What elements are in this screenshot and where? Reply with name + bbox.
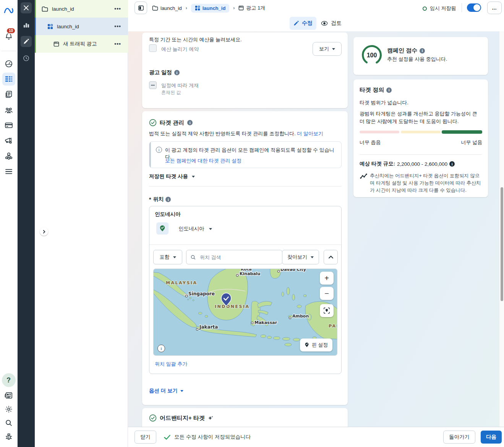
set-pin-button[interactable]: 핀 설정 <box>300 338 332 351</box>
settings-gear-icon[interactable] <box>2 403 15 416</box>
bulk-add-locations-link[interactable]: 위치 일괄 추가 <box>155 361 187 368</box>
chevron-down-icon <box>209 228 212 230</box>
all-tools-menu-icon[interactable] <box>2 165 15 178</box>
budget-increase-checkbox[interactable] <box>149 44 157 52</box>
budget-schedule-card: 특정 기간 또는 시간의 예산을 늘려보세요. 예산 늘리기 예약 보기 광고 … <box>142 32 348 108</box>
info-icon[interactable]: i <box>449 161 455 167</box>
notification-badge: 10 <box>6 28 16 34</box>
history-clock-icon[interactable] <box>21 53 32 64</box>
chevron-down-icon <box>311 256 314 258</box>
map-label-indonesia: INDONESIA <box>215 304 250 309</box>
pin-focus-icon <box>323 307 330 314</box>
next-button[interactable]: 다음 <box>481 431 502 444</box>
tree-row-campaign[interactable]: launch_id ••• <box>35 0 128 18</box>
tree-row-label: 새 트래픽 광고 <box>63 40 97 47</box>
map-label-kinabalu: Kinabalu <box>240 271 260 276</box>
app-rail: 10 ? <box>0 0 18 447</box>
map-label-papua: PAP <box>329 324 337 329</box>
tree-row-label: launch_id <box>52 6 74 12</box>
info-icon[interactable]: i <box>187 120 193 125</box>
campaign-score-card: 100 캠페인 점수 i 추천 설정을 사용 중입니다. <box>353 37 488 75</box>
selected-country-dropdown[interactable]: 인도네시아 <box>178 225 212 232</box>
breadcrumb: launch_id › launch_id › 광고 1개 <box>152 3 265 13</box>
definition-status: 타겟 범위가 넓습니다. <box>360 99 408 106</box>
chart-icon[interactable] <box>21 19 32 31</box>
browse-locations-button[interactable]: 찾아보기 <box>282 250 319 264</box>
billing-card-icon[interactable] <box>2 119 15 132</box>
saved-audience-dropdown[interactable]: 저장된 타겟 사용 <box>149 173 195 180</box>
close-button[interactable]: 닫기 <box>135 431 156 444</box>
collapse-sidebar-button[interactable] <box>135 2 147 14</box>
draft-status-icon <box>423 6 427 11</box>
info-icon[interactable]: i <box>386 87 392 93</box>
footer-bar: 닫기 모든 수정 사항이 저장되었습니다 돌아가기 다음 <box>128 427 504 447</box>
collapse-map-button[interactable] <box>324 250 338 264</box>
audiences-people-icon[interactable] <box>2 104 15 117</box>
chevron-down-icon <box>173 256 176 258</box>
updates-news-icon[interactable] <box>2 389 15 402</box>
info-circle-icon: i <box>156 147 162 153</box>
budget-hint-text: 특정 기간 또는 시간의 예산을 늘려보세요. <box>149 36 242 43</box>
country-pin-tile <box>156 222 169 235</box>
scrollbar-track[interactable] <box>499 31 504 427</box>
edit-pencil-button[interactable] <box>21 36 32 47</box>
breadcrumb-adset-selected[interactable]: launch_id <box>191 4 230 13</box>
minus-icon <box>151 85 155 86</box>
breadcrumb-ad[interactable]: 광고 1개 <box>238 5 265 11</box>
tab-review[interactable]: 검토 <box>321 17 342 30</box>
bug-report-icon[interactable] <box>2 430 15 443</box>
expand-panel-chevron-button[interactable] <box>40 227 48 236</box>
preview-toggle[interactable] <box>467 3 481 12</box>
adset-grid-icon <box>47 24 53 29</box>
overview-gauge-icon[interactable] <box>2 57 15 70</box>
location-search-input[interactable] <box>199 254 278 261</box>
row-more-menu[interactable]: ••• <box>114 41 121 47</box>
tree-row-adset[interactable]: launch_id ••• <box>35 18 128 35</box>
map-locate-pin-button[interactable] <box>320 304 334 317</box>
info-icon[interactable]: i <box>165 197 171 202</box>
close-x-button[interactable] <box>21 2 32 13</box>
notice-accent-bar <box>149 142 151 168</box>
pages-icon[interactable] <box>2 88 15 101</box>
back-button[interactable]: 돌아가기 <box>443 431 475 444</box>
check-circle-icon <box>149 414 157 422</box>
tab-edit[interactable]: 수정 <box>290 17 316 30</box>
help-icon[interactable]: ? <box>2 373 16 387</box>
budget-view-button[interactable]: 보기 <box>313 42 342 56</box>
folder-icon <box>152 5 158 11</box>
selected-country-header: 인도네시아 <box>155 211 181 218</box>
more-options-link[interactable]: 옵션 더 보기 <box>149 387 183 394</box>
chevron-down-icon <box>332 48 335 50</box>
row-more-menu[interactable]: ••• <box>114 6 121 12</box>
header-more-button[interactable]: … <box>487 2 502 14</box>
tree-row-ad[interactable]: 새 트래픽 광고 ••• <box>35 35 128 53</box>
estimate-row: 예상 타겟 규모: 2,200,000 - 2,600,000 i <box>360 160 455 167</box>
scrollbar-thumb[interactable] <box>501 187 503 301</box>
sparkle-icon <box>208 415 213 421</box>
learn-more-link[interactable]: 더 알아보기 <box>297 131 323 136</box>
map-zoom-out-button[interactable]: − <box>320 287 334 300</box>
ads-megaphone-icon[interactable] <box>2 134 15 147</box>
schedule-indeterminate-checkbox[interactable] <box>149 81 157 89</box>
location-map[interactable]: MALAYSIA Kota Kinabalu Davao City Singap… <box>153 269 337 356</box>
assets-network-icon[interactable] <box>2 149 15 162</box>
location-divider <box>149 245 342 245</box>
score-value: 100 <box>367 52 377 58</box>
info-icon[interactable]: i <box>174 70 180 75</box>
map-label-makassar: Makassar <box>254 320 277 325</box>
notice-settings-link[interactable]: 모든 캠페인에 대한 타겟 관리 설정 <box>165 157 241 164</box>
folder-icon <box>42 6 48 12</box>
campaigns-table-icon[interactable] <box>2 73 15 86</box>
tree-row-label: launch_id <box>57 24 79 29</box>
search-icon[interactable] <box>2 416 15 429</box>
breadcrumb-campaign[interactable]: launch_id <box>152 5 182 11</box>
map-zoom-in-button[interactable]: + <box>320 272 334 285</box>
map-info-icon[interactable]: i <box>157 345 165 352</box>
check-circle-icon <box>149 119 157 126</box>
meta-logo[interactable] <box>2 4 15 17</box>
info-icon[interactable]: i <box>420 48 425 53</box>
score-title-row: 캠페인 점수 i <box>387 47 425 54</box>
budget-increase-label: 예산 늘리기 예약 <box>161 46 199 53</box>
row-more-menu[interactable]: ••• <box>114 23 121 29</box>
include-exclude-select[interactable]: 포함 <box>153 250 182 264</box>
